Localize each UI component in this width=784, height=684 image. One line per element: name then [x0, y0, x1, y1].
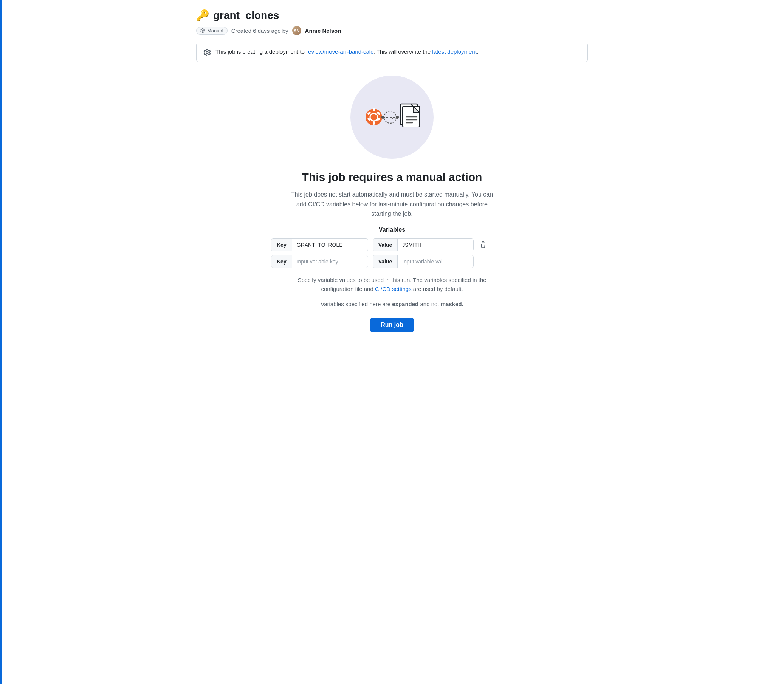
illustration-container [351, 76, 433, 159]
var-key-group-2: Key [271, 255, 368, 268]
job-description: This job does not start automatically an… [286, 190, 498, 219]
banner-gear-icon [204, 49, 211, 56]
svg-rect-3 [373, 121, 375, 125]
value-label-1: Value [373, 239, 398, 251]
deployment-link[interactable]: review/move-arr-band-calc [306, 48, 373, 55]
avatar-image: AN [292, 26, 301, 35]
banner-text: This job is creating a deployment to rev… [215, 48, 478, 55]
pipeline-illustration [362, 91, 422, 144]
cicd-settings-link[interactable]: CI/CD settings [375, 286, 412, 292]
variables-container: Key Value Key [271, 239, 513, 268]
page-title: grant_clones [213, 10, 279, 21]
job-requires-heading: This job requires a manual action [302, 171, 482, 184]
gear-icon [200, 28, 205, 33]
manual-badge-label: Manual [207, 28, 223, 34]
avatar: AN [292, 26, 301, 35]
author-name: Annie Nelson [305, 27, 341, 34]
svg-point-12 [381, 116, 385, 119]
key-input-2[interactable] [292, 255, 368, 268]
key-label-2: Key [272, 255, 292, 268]
main-content: This job requires a manual action This j… [196, 76, 588, 340]
page-header: 🔑 grant_clones [196, 9, 588, 21]
hint-text-1: Specify variable values to be used in th… [290, 276, 494, 294]
page-container: 🔑 grant_clones Manual Created 6 days ago… [184, 0, 600, 349]
var-value-group-2: Value [373, 255, 474, 268]
run-job-button[interactable]: Run job [370, 318, 414, 332]
hint-text-2: Variables specified here are expanded an… [320, 300, 463, 309]
latest-deployment-link[interactable]: latest deployment [432, 48, 477, 55]
key-label-1: Key [272, 239, 292, 251]
svg-point-13 [396, 116, 399, 119]
value-input-1[interactable] [398, 239, 473, 251]
manual-badge: Manual [196, 27, 228, 35]
variables-label: Variables [379, 226, 405, 233]
trash-icon [480, 242, 487, 248]
svg-rect-2 [373, 108, 375, 111]
key-input-1[interactable] [292, 239, 368, 251]
delete-variable-1[interactable] [477, 240, 490, 250]
value-label-2: Value [373, 255, 398, 268]
left-accent-border [0, 0, 2, 349]
created-text: Created 6 days ago by [231, 27, 288, 34]
variable-row-2: Key Value [271, 255, 513, 268]
value-input-2[interactable] [398, 255, 473, 268]
key-icon: 🔑 [196, 9, 209, 21]
var-value-group-1: Value [373, 239, 474, 251]
var-key-group-1: Key [271, 239, 368, 251]
svg-line-11 [390, 117, 393, 118]
variable-row-1: Key Value [271, 239, 513, 251]
info-banner: This job is creating a deployment to rev… [196, 43, 588, 62]
meta-row: Manual Created 6 days ago by AN Annie Ne… [196, 26, 588, 35]
